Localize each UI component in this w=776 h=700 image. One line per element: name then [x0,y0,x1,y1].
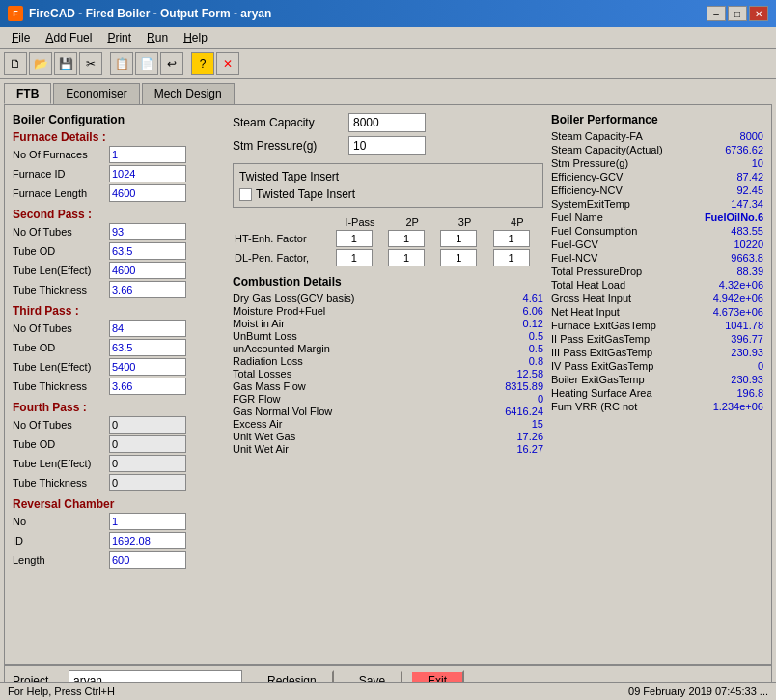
third-pass-label: Third Pass : [13,304,225,318]
stm-pressure-label: Stm Pressure(g) [233,139,348,153]
menu-print[interactable]: Print [99,29,139,46]
rc-id-input[interactable] [109,532,186,549]
tti-check-label: Twisted Tape Insert [256,187,355,201]
comb-row-12: Unit Wet Air 16.27 [233,443,543,455]
ht-enh-1[interactable] [336,230,373,247]
perf-label-9: Fuel-NCV [551,252,696,264]
toolbar-undo[interactable]: ↩ [160,52,183,75]
stm-pressure-row: Stm Pressure(g) [233,136,543,155]
4p-tubes-input[interactable] [109,416,186,434]
dl-pen-3[interactable] [440,249,477,266]
2p-tubes-input[interactable] [109,223,186,240]
field-3p-thick: Tube Thickness [13,378,225,395]
2p-od-input[interactable] [109,242,186,260]
perf-value-19: 196.8 [696,387,763,399]
comb-label-2: Moist in Air [233,318,485,329]
rc-length-input[interactable] [109,551,186,569]
2p-tubes-label: No Of Tubes [13,226,109,238]
comb-label-3: UnBurnt Loss [233,330,485,342]
4p-od-label: Tube OD [13,438,109,450]
maximize-button[interactable]: □ [728,6,747,21]
menu-run[interactable]: Run [139,29,176,46]
toolbar-paste[interactable]: 📄 [135,52,158,75]
toolbar-cut[interactable]: ✂ [79,52,102,75]
tti-checkbox[interactable] [239,188,252,201]
field-4p-od: Tube OD [13,435,225,453]
furnace-length-input[interactable] [109,184,186,202]
steam-capacity-label: Steam Capacity [233,116,348,129]
toolbar-new[interactable]: 🗋 [4,52,27,75]
comb-row-1: Moisture Prod+Fuel 6.06 [233,305,543,317]
dl-pen-4[interactable] [493,249,530,266]
comb-label-9: Gas Normal Vol Flow [233,406,485,417]
minimize-button[interactable]: – [707,6,726,21]
toolbar-stop[interactable]: ✕ [216,52,239,75]
dl-pen-1[interactable] [336,249,373,266]
toolbar-copy[interactable]: 📋 [110,52,133,75]
comb-label-0: Dry Gas Loss(GCV basis) [233,293,485,304]
perf-label-6: Fuel Name [551,211,696,223]
comb-value-3: 0.5 [485,330,543,342]
3p-od-input[interactable] [109,339,186,356]
tab-ftb[interactable]: FTB [4,83,51,104]
stm-pressure-input[interactable] [348,136,426,155]
comb-value-0: 4.61 [485,293,543,304]
perf-label-11: Total Heat Load [551,279,696,291]
perf-label-15: II Pass ExitGasTemp [551,333,696,345]
comb-label-7: Gas Mass Flow [233,380,485,392]
perf-label-1: Steam Capacity(Actual) [551,144,696,155]
field-no-of-furnaces: No Of Furnaces [13,146,225,163]
menu-bar: File Add Fuel Print Run Help [0,27,776,49]
perf-label-19: Heating Surface Area [551,387,696,399]
boiler-config-title: Boiler Configuration [13,113,225,126]
3p-thick-input[interactable] [109,378,186,395]
tti-title: Twisted Tape Insert [239,170,537,183]
dl-pen-2[interactable] [388,249,425,266]
steam-capacity-row: Steam Capacity [233,113,543,132]
2p-len-input[interactable] [109,262,186,279]
furnace-id-label: Furnace ID [13,168,109,180]
3p-od-label: Tube OD [13,342,109,353]
menu-file[interactable]: File [4,29,38,46]
2p-thick-input[interactable] [109,281,186,298]
furnace-length-label: Furnace Length [13,187,109,199]
rc-no-input[interactable] [109,513,186,530]
menu-help[interactable]: Help [176,29,215,46]
toolbar-help[interactable]: ? [191,52,214,75]
perf-label-12: Gross Heat Input [551,293,696,304]
3p-tubes-input[interactable] [109,320,186,337]
pass-factor-table: I-Pass 2P 3P 4P HT-Enh. Factor DL-Pen. F… [233,215,543,267]
4p-thick-input[interactable] [109,474,186,491]
steam-capacity-input[interactable] [348,113,426,132]
tab-mech-design[interactable]: Mech Design [142,83,235,104]
perf-label-17: IV Pass ExitGasTemp [551,360,696,372]
close-button[interactable]: ✕ [749,6,768,21]
field-4p-tubes: No Of Tubes [13,416,225,434]
4p-od-input[interactable] [109,435,186,453]
perf-value-8: 10220 [696,238,763,250]
ht-enh-3[interactable] [440,230,477,247]
3p-len-input[interactable] [109,358,186,376]
furnace-id-input[interactable] [109,165,186,182]
ht-enh-2[interactable] [388,230,425,247]
4p-len-input[interactable] [109,455,186,472]
field-4p-thick: Tube Thickness [13,474,225,491]
tabs-bar: FTB Economiser Mech Design [0,79,776,104]
pass-header-3: 3P [438,215,490,229]
perf-label-2: Stm Pressure(g) [551,157,696,169]
toolbar-open[interactable]: 📂 [29,52,52,75]
perf-row-12: Gross Heat Input 4.942e+06 [551,293,763,304]
tab-economiser[interactable]: Economiser [53,83,139,104]
menu-add-fuel[interactable]: Add Fuel [38,29,99,46]
dl-pen-row: DL-Pen. Factor, [233,248,543,267]
comb-row-9: Gas Normal Vol Flow 6416.24 [233,406,543,417]
furnace-count-input[interactable] [109,146,186,163]
4p-len-label: Tube Len(Effect) [13,458,109,469]
ht-enh-4[interactable] [493,230,530,247]
comb-value-7: 8315.89 [485,380,543,392]
comb-value-11: 17.26 [485,431,543,442]
perf-value-2: 10 [696,157,763,169]
comb-value-5: 0.8 [485,355,543,367]
comb-label-10: Excess Air [233,418,485,430]
toolbar-save[interactable]: 💾 [54,52,77,75]
